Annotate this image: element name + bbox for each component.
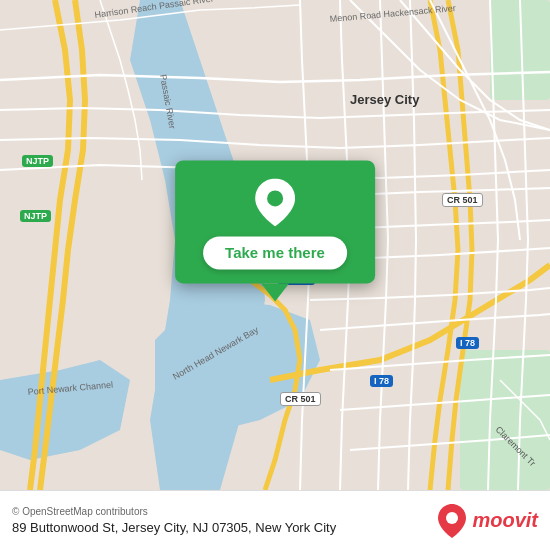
road-badge-cr501-2: CR 501 xyxy=(280,392,321,406)
popup-tail xyxy=(261,283,289,301)
moovit-logo-pin xyxy=(438,504,466,538)
road-badge-cr501-1: CR 501 xyxy=(442,193,483,207)
location-pin-icon xyxy=(255,178,295,226)
road-badge-i78-2: I 78 xyxy=(370,375,393,387)
svg-point-9 xyxy=(267,190,283,206)
road-badge-njtp-1: NJTP xyxy=(22,155,53,167)
svg-rect-1 xyxy=(460,350,550,490)
osm-credit-text: © OpenStreetMap contributors xyxy=(12,506,148,517)
footer: © OpenStreetMap contributors 89 Buttonwo… xyxy=(0,490,550,550)
road-badge-njtp-2: NJTP xyxy=(20,210,51,222)
svg-point-10 xyxy=(446,512,458,524)
address-text: 89 Buttonwood St, Jersey City, NJ 07305,… xyxy=(12,520,438,535)
take-me-there-button[interactable]: Take me there xyxy=(203,236,347,269)
moovit-logo: moovit xyxy=(438,504,538,538)
popup-overlay: Take me there xyxy=(175,160,375,301)
popup-box: Take me there xyxy=(175,160,375,283)
osm-credit: © OpenStreetMap contributors xyxy=(12,506,438,517)
footer-left: © OpenStreetMap contributors 89 Buttonwo… xyxy=(12,506,438,535)
road-badge-i78-1: I 78 xyxy=(456,337,479,349)
moovit-brand-text: moovit xyxy=(472,509,538,532)
map-container: Harrison Reach Passaic River Passaic Riv… xyxy=(0,0,550,490)
